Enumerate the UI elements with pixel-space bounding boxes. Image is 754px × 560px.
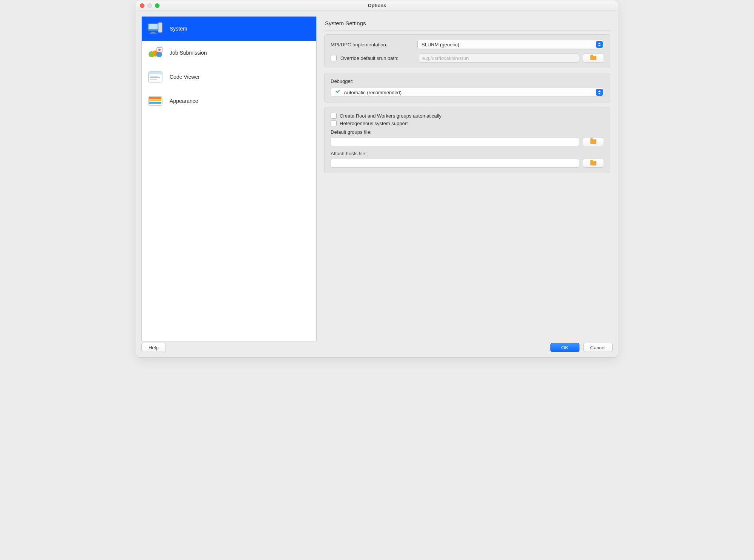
svg-rect-13 — [150, 77, 160, 78]
svg-rect-18 — [149, 102, 161, 104]
cancel-button-label: Cancel — [590, 345, 605, 350]
srun-browse-button[interactable] — [583, 54, 604, 63]
srun-path-input[interactable] — [419, 54, 579, 63]
debugger-selected: Automatic (recommended) — [344, 90, 402, 95]
mpi-impl-label: MPI/UPC Implementation: — [331, 42, 414, 47]
settings-panel: System Settings MPI/UPC Implementation: … — [322, 16, 613, 341]
sidebar-item-code-viewer[interactable]: Code Viewer — [142, 65, 316, 89]
svg-rect-17 — [149, 99, 161, 101]
updown-icon — [596, 41, 603, 48]
svg-rect-11 — [149, 72, 162, 74]
checkmark-icon — [335, 89, 341, 95]
sidebar-item-label: System — [170, 26, 187, 32]
svg-point-9 — [158, 49, 161, 51]
folder-icon — [590, 161, 596, 165]
attach-hosts-label: Attach hosts file: — [331, 151, 604, 156]
cancel-button[interactable]: Cancel — [583, 343, 613, 352]
hetero-checkbox[interactable] — [331, 120, 337, 126]
zoom-window-button[interactable] — [155, 3, 159, 8]
default-groups-browse-button[interactable] — [583, 137, 604, 146]
help-button[interactable]: Help — [141, 343, 166, 352]
debugger-label: Debugger: — [331, 78, 604, 84]
default-groups-label: Default groups file: — [331, 129, 604, 135]
debugger-group: Debugger: Automatic (recommended) — [324, 73, 610, 103]
create-root-label: Create Root and Workers groups automatic… — [340, 113, 441, 119]
svg-rect-4 — [158, 23, 162, 32]
divider — [324, 30, 610, 31]
ok-button-label: OK — [561, 345, 569, 350]
groups-group: Create Root and Workers groups automatic… — [324, 107, 610, 173]
minimize-window-button — [147, 3, 152, 8]
window-controls — [136, 3, 159, 8]
attach-hosts-input[interactable] — [331, 159, 579, 168]
mpi-group: MPI/UPC Implementation: SLURM (generic) … — [324, 34, 610, 68]
create-root-checkbox[interactable] — [331, 113, 337, 119]
panel-title: System Settings — [325, 20, 610, 26]
dialog-footer: Help OK Cancel — [136, 341, 618, 357]
folder-icon — [590, 139, 596, 144]
options-sidebar: System Job Submission — [141, 16, 317, 341]
folder-icon — [590, 56, 596, 60]
sidebar-item-label: Code Viewer — [170, 74, 200, 80]
options-window: Options System — [136, 0, 618, 358]
hetero-label: Heterogeneous system support — [340, 121, 408, 126]
appearance-icon — [146, 93, 164, 109]
svg-rect-3 — [149, 33, 157, 34]
updown-icon — [596, 89, 603, 96]
override-srun-checkbox[interactable] — [331, 55, 337, 61]
svg-rect-14 — [150, 79, 157, 80]
sidebar-item-appearance[interactable]: Appearance — [142, 89, 316, 113]
sidebar-item-label: Job Submission — [170, 50, 207, 56]
attach-hosts-browse-button[interactable] — [583, 159, 604, 168]
mpi-impl-select[interactable]: SLURM (generic) — [417, 40, 604, 49]
debugger-select[interactable]: Automatic (recommended) — [331, 88, 604, 97]
window-title: Options — [136, 3, 618, 8]
mpi-impl-selected: SLURM (generic) — [421, 42, 459, 47]
svg-rect-12 — [150, 76, 158, 77]
sidebar-item-label: Appearance — [170, 98, 198, 104]
ok-button[interactable]: OK — [550, 343, 579, 352]
sidebar-item-system[interactable]: System — [142, 17, 316, 41]
job-submission-icon — [146, 45, 164, 60]
help-button-label: Help — [149, 345, 159, 350]
svg-rect-16 — [149, 97, 161, 99]
svg-rect-1 — [149, 24, 158, 29]
system-icon — [146, 21, 164, 36]
sidebar-item-job-submission[interactable]: Job Submission — [142, 41, 316, 65]
override-srun-label: Override default srun path: — [340, 55, 415, 61]
code-viewer-icon — [146, 69, 164, 84]
svg-rect-2 — [151, 32, 155, 33]
default-groups-input[interactable] — [331, 137, 579, 146]
close-window-button[interactable] — [140, 3, 144, 8]
titlebar: Options — [136, 0, 618, 11]
